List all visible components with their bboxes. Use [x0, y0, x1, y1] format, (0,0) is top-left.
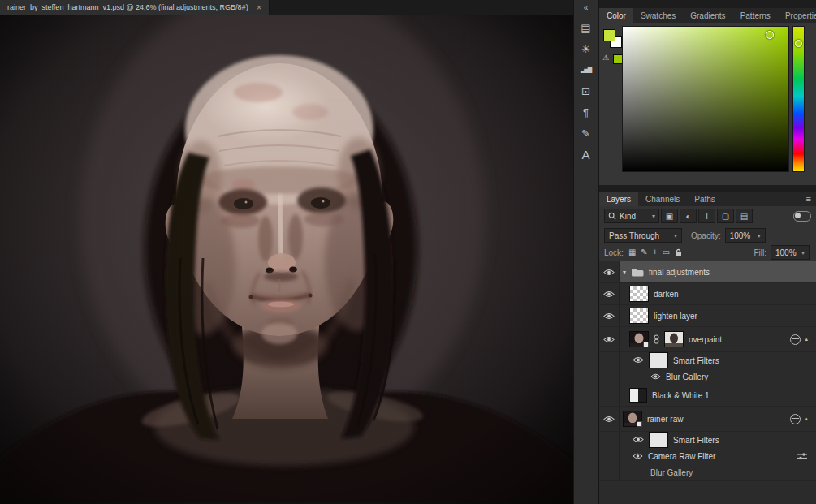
layer-name: Black & White 1 — [652, 391, 710, 400]
smart-object-badge — [637, 421, 642, 427]
opacity-value: 100% — [730, 231, 751, 240]
visibility-eye-icon[interactable] — [650, 373, 661, 381]
artwork-portrait — [0, 15, 573, 504]
visibility-eye-icon[interactable] — [599, 407, 620, 431]
character-panel-icon[interactable]: A — [576, 145, 596, 163]
visibility-eye-icon[interactable] — [599, 327, 620, 351]
lock-position-icon[interactable]: + — [653, 248, 658, 256]
fill-value: 100% — [775, 248, 797, 257]
adjustment-layer-icon[interactable] — [629, 388, 647, 403]
layer-row-black-and-white[interactable]: Black & White 1 — [599, 385, 816, 407]
layer-row-lighten-layer[interactable]: lighten layer — [599, 305, 816, 327]
clone-source-panel-icon[interactable]: ⊡ — [576, 82, 596, 100]
color-panel: Color Swatches Gradients Patterns Proper… — [599, 8, 816, 185]
layer-thumbnail[interactable] — [629, 331, 649, 347]
smart-filters-label: Smart Filters — [673, 356, 719, 365]
lock-row: Lock: ▦ ✎ + ▭ Fill: 100% ▾ — [599, 244, 816, 261]
filter-shape-layers-icon[interactable]: ▢ — [717, 209, 734, 223]
tab-layers[interactable]: Layers — [599, 192, 638, 206]
blend-mode-dropdown[interactable]: Pass Through ▾ — [604, 228, 682, 243]
smart-filter-icon[interactable] — [790, 334, 801, 345]
color-panel-tabs: Color Swatches Gradients Patterns Proper… — [599, 8, 816, 23]
tab-swatches[interactable]: Swatches — [633, 8, 683, 23]
smart-filter-mask-thumbnail[interactable] — [649, 352, 668, 368]
layer-filtering-toggle[interactable] — [793, 211, 811, 222]
visibility-eye-icon[interactable] — [633, 452, 643, 461]
photoshop-window: rainer_by_steffen_hartmann_v1.psd @ 24,6… — [0, 0, 816, 504]
lock-transparency-icon[interactable]: ▦ — [628, 248, 636, 256]
layer-row-rainer-raw[interactable]: rainer raw ▴ — [599, 407, 816, 432]
layers-panel: Layers Channels Paths ≡ Kind ▾ ▣ ◐ T ▢ ▤ — [599, 192, 816, 504]
foreground-color-swatch[interactable] — [603, 29, 615, 41]
lock-pixels-icon[interactable]: ✎ — [641, 248, 647, 256]
visibility-eye-empty[interactable] — [599, 385, 620, 406]
adjustments-panel-icon[interactable]: ☀ — [576, 40, 596, 58]
opacity-value-dropdown[interactable]: 100% ▾ — [725, 228, 766, 243]
smart-filters-row[interactable]: Smart Filters — [599, 432, 816, 448]
layer-thumbnail[interactable] — [629, 286, 649, 302]
chevron-down-icon: ▾ — [758, 232, 761, 239]
layer-row-overpaint[interactable]: overpaint ▴ — [599, 327, 816, 352]
lock-all-icon[interactable] — [675, 248, 682, 257]
hue-slider[interactable] — [792, 26, 805, 172]
filter-name: Camera Raw Filter — [648, 452, 715, 461]
layer-row-final-adjustments[interactable]: ▾ final adjustments — [599, 261, 816, 283]
smart-filter-mask-thumbnail[interactable] — [649, 432, 668, 448]
lock-artboard-icon[interactable]: ▭ — [663, 248, 670, 256]
layers-panel-tabs: Layers Channels Paths ≡ — [599, 192, 816, 206]
smart-object-badge — [643, 342, 649, 347]
smart-filters-row[interactable]: Smart Filters — [599, 352, 816, 368]
color-field-marker[interactable] — [766, 31, 774, 39]
saturation-brightness-field[interactable] — [622, 26, 789, 172]
gamut-warning-icon[interactable]: ⚠ — [602, 54, 609, 62]
canvas-area[interactable] — [0, 15, 573, 504]
visibility-eye-icon[interactable] — [599, 305, 620, 326]
layer-name: darken — [654, 290, 679, 299]
collapse-smart-filters-chevron[interactable]: ▴ — [805, 416, 808, 422]
visibility-eye-icon[interactable] — [633, 436, 644, 445]
layer-thumbnail[interactable] — [623, 411, 642, 427]
layers-panel-menu-icon[interactable]: ≡ — [801, 192, 816, 206]
expand-panels-icon[interactable]: « — [584, 3, 589, 12]
tab-color[interactable]: Color — [599, 8, 633, 23]
filter-adjustment-layers-icon[interactable]: ◐ — [680, 209, 697, 223]
filter-kind-label: Kind — [620, 212, 636, 221]
blend-mode-value: Pass Through — [609, 231, 659, 240]
visibility-eye-icon[interactable] — [599, 283, 620, 304]
collapsed-panels-strip: « ▤ ☀ ▂▅▇ ⊡ ¶ ✎ A — [573, 0, 598, 504]
tab-properties[interactable]: Properties — [778, 8, 816, 23]
filter-blending-options-icon[interactable] — [797, 452, 808, 460]
layer-mask-thumbnail[interactable] — [664, 331, 684, 347]
filter-row-camera-raw[interactable]: Camera Raw Filter — [599, 448, 816, 464]
filter-type-layers-icon[interactable]: T — [698, 209, 715, 223]
brush-panel-icon[interactable]: ✎ — [576, 124, 596, 142]
histogram-panel-icon[interactable]: ▂▅▇ — [576, 61, 596, 79]
filter-pixel-layers-icon[interactable]: ▣ — [661, 209, 678, 223]
paragraph-panel-icon[interactable]: ¶ — [576, 103, 596, 121]
visibility-eye-icon[interactable] — [633, 356, 644, 365]
tab-channels[interactable]: Channels — [638, 192, 687, 206]
brush-settings-panel-icon[interactable]: ▤ — [576, 19, 596, 37]
document-tab-close-icon[interactable]: × — [257, 3, 261, 12]
visibility-eye-icon[interactable] — [599, 261, 620, 282]
chevron-down-icon: ▾ — [674, 232, 677, 239]
mask-link-icon[interactable] — [654, 334, 659, 345]
tab-patterns[interactable]: Patterns — [733, 8, 778, 23]
group-expand-chevron[interactable]: ▾ — [623, 269, 626, 276]
layer-filter-row: Kind ▾ ▣ ◐ T ▢ ▤ — [599, 206, 816, 226]
document-tab[interactable]: rainer_by_steffen_hartmann_v1.psd @ 24,6… — [0, 0, 270, 15]
collapse-smart-filters-chevron[interactable]: ▴ — [805, 336, 808, 342]
tab-paths[interactable]: Paths — [687, 192, 723, 206]
chevron-down-icon: ▾ — [801, 249, 805, 256]
hue-slider-marker[interactable] — [795, 40, 802, 47]
filter-kind-dropdown[interactable]: Kind ▾ — [604, 209, 659, 223]
tab-gradients[interactable]: Gradients — [683, 8, 732, 23]
layer-thumbnail[interactable] — [629, 308, 649, 324]
filter-name: Blur Gallery — [666, 373, 708, 381]
filter-row-blur-gallery-disabled[interactable]: Blur Gallery — [599, 464, 816, 481]
smart-filter-icon[interactable] — [790, 414, 801, 424]
filter-smart-objects-icon[interactable]: ▤ — [736, 209, 753, 223]
fill-value-dropdown[interactable]: 100% ▾ — [771, 245, 810, 260]
layer-row-darken[interactable]: darken — [599, 283, 816, 305]
filter-row-blur-gallery[interactable]: Blur Gallery — [599, 368, 816, 385]
